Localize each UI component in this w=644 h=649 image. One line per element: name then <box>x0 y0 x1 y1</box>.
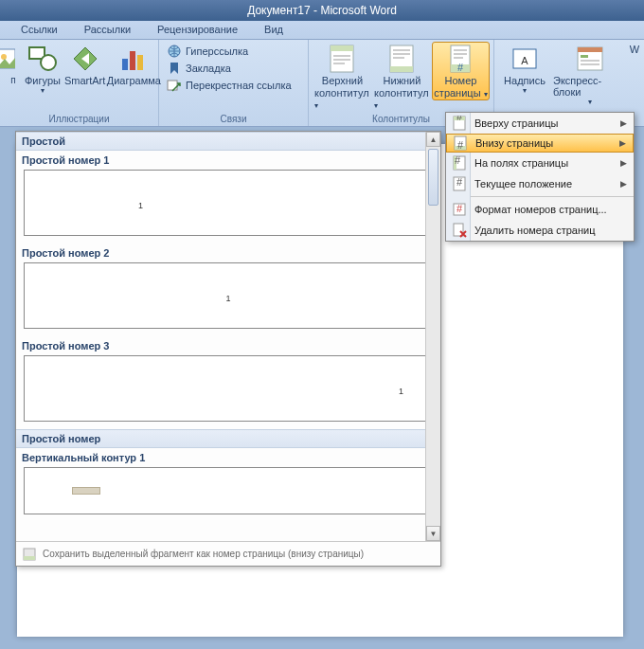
tab-references[interactable]: Ссылки <box>8 21 71 39</box>
gallery-item-name: Простой номер 3 <box>16 336 440 353</box>
bookmark-button[interactable]: Закладка <box>167 61 292 76</box>
header-label-1: Верхний <box>322 75 363 86</box>
textbox-button[interactable]: A Надпись ▾ <box>498 42 551 97</box>
chart-icon <box>118 44 149 74</box>
ribbon-tabs: Ссылки Рассылки Рецензирование Вид <box>0 21 644 40</box>
footer-button[interactable]: Нижний колонтитул ▾ <box>372 42 432 112</box>
gallery-item-preview-2[interactable]: 1 <box>24 262 433 329</box>
page-number-menu: # Вверху страницы ▶ # Внизу страницы ▶ #… <box>445 112 635 242</box>
bookmark-label: Закладка <box>186 63 231 74</box>
gallery-item-name: Вертикальный контур 1 <box>16 448 440 465</box>
gallery-category: Простой <box>16 132 440 151</box>
gallery-category: Простой номер <box>16 429 440 448</box>
svg-rect-11 <box>333 55 350 57</box>
gallery-footer[interactable]: Сохранить выделенный фрагмент как номер … <box>16 541 440 566</box>
svg-text:#: # <box>455 155 461 166</box>
current-position-icon: # <box>450 176 469 191</box>
smartart-label: SmartArt <box>64 75 105 86</box>
header-label-2: колонтитул <box>314 87 369 99</box>
page-number-sample: 1 <box>399 387 403 396</box>
menu-top-of-page[interactable]: # Вверху страницы ▶ <box>446 113 634 134</box>
svg-text:#: # <box>457 139 464 151</box>
svg-rect-17 <box>393 53 410 55</box>
textbox-icon: A <box>510 44 540 74</box>
crossref-button[interactable]: Перекрестная ссылка <box>167 78 292 93</box>
remove-icon <box>450 223 469 238</box>
submenu-arrow-icon: ▶ <box>620 158 630 168</box>
hyperlink-icon <box>167 44 182 59</box>
menu-label: Текущее положение <box>469 178 620 189</box>
footer-label-1: Нижний <box>384 75 421 86</box>
group-illustrations-label: Иллюстрации <box>4 112 154 126</box>
page-number-icon: # <box>445 44 475 74</box>
svg-rect-15 <box>390 66 413 72</box>
dropdown-arrow-icon: ▾ <box>314 101 318 110</box>
chart-label: Диаграмма <box>107 75 161 86</box>
svg-rect-24 <box>454 57 463 59</box>
gallery-item-name: Простой номер 2 <box>16 243 440 261</box>
menu-format-page-numbers[interactable]: # Формат номеров страниц... <box>446 199 634 220</box>
tab-review[interactable]: Рецензирование <box>144 21 251 39</box>
quickparts-button[interactable]: Экспресс-блоки ▾ <box>551 42 629 108</box>
svg-rect-5 <box>130 51 135 70</box>
chart-button[interactable]: Диаграмма <box>107 42 160 88</box>
page-top-icon: # <box>450 116 469 131</box>
menu-label: Внизу страницы <box>470 137 619 149</box>
svg-rect-18 <box>393 57 404 59</box>
shapes-button[interactable]: Фигуры ▾ <box>23 42 63 97</box>
picture-button[interactable]: п <box>4 42 23 87</box>
svg-rect-10 <box>331 45 353 51</box>
svg-rect-29 <box>581 55 588 58</box>
menu-current-position[interactable]: # Текущее положение ▶ <box>446 173 634 194</box>
gallery-item-preview-3[interactable]: 1 <box>24 355 433 422</box>
menu-separator <box>471 196 634 197</box>
page-number-sample-box <box>72 487 100 495</box>
wordart-button[interactable]: W <box>629 42 640 57</box>
menu-bottom-of-page[interactable]: # Внизу страницы ▶ <box>446 134 634 153</box>
crossref-icon <box>167 78 182 93</box>
menu-remove-page-numbers[interactable]: Удалить номера страниц <box>446 220 634 241</box>
page-number-button[interactable]: # Номер страницы ▾ <box>432 42 490 100</box>
page-number-sample: 1 <box>225 294 230 303</box>
svg-rect-30 <box>581 60 599 62</box>
svg-point-3 <box>41 55 56 70</box>
pagenum-label-2: страницы <box>434 87 480 99</box>
dropdown-arrow-icon: ▾ <box>484 90 488 99</box>
tab-view[interactable]: Вид <box>251 21 296 39</box>
svg-rect-22 <box>454 49 467 51</box>
pagenum-label-1: Номер <box>445 75 477 86</box>
gallery-item-name: Простой номер 1 <box>16 151 440 168</box>
gallery-item-preview-1[interactable]: 1 <box>24 170 433 236</box>
footer-icon <box>386 44 417 74</box>
smartart-icon <box>70 44 100 74</box>
dropdown-arrow-icon: ▾ <box>41 86 45 95</box>
hyperlink-button[interactable]: Гиперссылка <box>167 44 292 59</box>
quickparts-label: Экспресс-блоки <box>553 75 627 98</box>
header-button[interactable]: Верхний колонтитул ▾ <box>313 42 372 112</box>
svg-rect-45 <box>454 224 463 236</box>
menu-page-margins[interactable]: # На полях страницы ▶ <box>446 153 634 173</box>
scroll-thumb[interactable] <box>428 149 438 206</box>
bookmark-icon <box>167 61 182 76</box>
gallery-scrollbar[interactable]: ▲ ▼ <box>425 132 440 541</box>
dropdown-arrow-icon: ▾ <box>374 101 378 110</box>
hyperlink-label: Гиперссылка <box>186 45 248 57</box>
submenu-arrow-icon: ▶ <box>620 179 630 189</box>
tab-mailings[interactable]: Рассылки <box>71 21 144 39</box>
gallery-item-preview-4[interactable] <box>24 467 433 514</box>
svg-rect-12 <box>333 59 350 61</box>
svg-point-1 <box>1 54 7 60</box>
svg-rect-31 <box>581 63 599 65</box>
menu-label: На полях страницы <box>469 157 620 169</box>
dropdown-arrow-icon: ▾ <box>523 86 527 95</box>
textbox-label: Надпись <box>504 75 546 86</box>
svg-rect-4 <box>122 59 128 70</box>
crossref-label: Перекрестная ссылка <box>186 80 292 91</box>
svg-rect-6 <box>137 55 143 70</box>
scroll-up-button[interactable]: ▲ <box>426 132 440 147</box>
menu-label: Вверху страницы <box>469 117 620 129</box>
scroll-down-button[interactable]: ▼ <box>426 526 440 541</box>
smartart-button[interactable]: SmartArt <box>63 42 107 88</box>
submenu-arrow-icon: ▶ <box>620 118 630 128</box>
svg-text:#: # <box>456 176 463 188</box>
